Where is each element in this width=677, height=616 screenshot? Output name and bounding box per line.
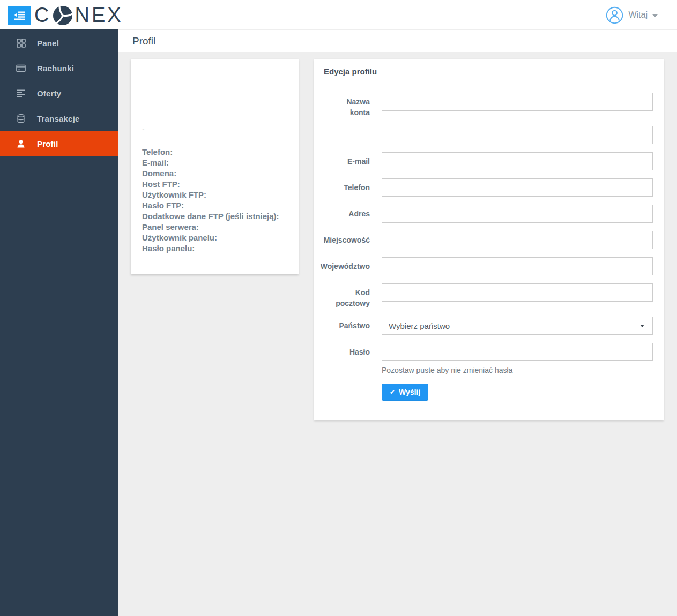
list-icon (16, 89, 26, 97)
brand-text-suffix: NEX (75, 4, 123, 27)
avatar-icon (606, 6, 623, 24)
info-label-host-ftp: Host FTP: (142, 179, 288, 190)
form-row-unlabeled (314, 126, 653, 144)
sidebar-item-label: Panel (37, 39, 59, 48)
form-row-miejscowosc: Miejscowość (314, 231, 653, 249)
profile-info-gap (142, 135, 288, 147)
profile-edit-card-header: Edycja profilu (314, 59, 664, 84)
form-row-email: E-mail (314, 152, 653, 170)
sidebar-toggle-button[interactable] (8, 6, 31, 25)
field-label: Hasło (314, 343, 370, 375)
select-caret-icon (640, 325, 644, 327)
profile-info-card-body: - Telefon: E-mail: Domena: Host FTP: Uży… (131, 84, 299, 254)
sidebar: Panel Rachunki (0, 29, 118, 616)
field-label: Państwo (314, 317, 370, 335)
sidebar-item-label: Oferty (37, 89, 61, 98)
sidebar-item-label: Profil (37, 139, 58, 148)
page-title: Profil (132, 35, 155, 47)
email-input[interactable] (382, 152, 653, 170)
field-label: Województwo (314, 257, 370, 275)
field-label: Telefon (314, 178, 370, 197)
phone-input[interactable] (382, 178, 653, 197)
sidebar-item-rachunki[interactable]: Rachunki (0, 56, 118, 81)
profile-edit-form: Nazwa konta E-mail Telefon Adres (314, 84, 664, 420)
field-label: Miejscowość (314, 231, 370, 249)
brand-logo: C NEX (34, 2, 123, 28)
password-input[interactable] (382, 343, 653, 361)
profile-info-card-header (131, 59, 299, 84)
info-label-uzytkownik-panelu: Użytkownik panelu: (142, 232, 288, 243)
info-label-dodatkowe-dane-ftp: Dodatkowe dane FTP (jeśli istnieją): (142, 211, 288, 222)
sidebar-item-label: Transakcje (37, 114, 80, 123)
form-row-panstwo: Państwo Wybierz państwo (314, 317, 653, 335)
password-help-text: Pozostaw puste aby nie zmieniać hasła (382, 365, 653, 375)
field-label: Adres (314, 205, 370, 223)
database-icon (16, 114, 26, 123)
form-actions: ✔ Wyślij (382, 384, 653, 401)
field-label (314, 126, 370, 144)
profile-info-spacer (142, 95, 288, 124)
field-label: E-mail (314, 152, 370, 170)
field-label: Kod pocztowy (314, 283, 370, 309)
form-row-wojewodztwo: Województwo (314, 257, 653, 275)
greeting-label: Witaj (628, 10, 648, 20)
form-row-kod-pocztowy: Kod pocztowy (314, 283, 653, 309)
account-name-input[interactable] (382, 93, 653, 111)
info-label-haslo-panelu: Hasło panelu: (142, 243, 288, 254)
field-label: Nazwa konta (314, 93, 370, 118)
profile-info-card: - Telefon: E-mail: Domena: Host FTP: Uży… (131, 59, 299, 274)
user-menu[interactable]: Witaj (606, 4, 658, 26)
info-label-uzytkownik-ftp: Użytkownik FTP: (142, 190, 288, 200)
page-title-bar: Profil (118, 30, 677, 52)
info-label-haslo-ftp: Hasło FTP: (142, 200, 288, 211)
top-header: C NEX Wi (0, 0, 677, 29)
sidebar-item-transakcje[interactable]: Transakcje (0, 106, 118, 131)
form-row-haslo: Hasło Pozostaw puste aby nie zmieniać ha… (314, 343, 653, 375)
edit-card-title: Edycja profilu (324, 67, 377, 76)
submit-button[interactable]: ✔ Wyślij (382, 384, 428, 401)
submit-button-label: Wyślij (399, 388, 420, 396)
country-select-value: Wybierz państwo (389, 321, 450, 330)
form-row-adres: Adres (314, 205, 653, 223)
sidebar-item-label: Rachunki (37, 64, 74, 73)
info-label-email: E-mail: (142, 157, 288, 168)
grid-icon (16, 39, 26, 48)
account-name-placeholder: - (142, 124, 288, 135)
city-input[interactable] (382, 231, 653, 249)
unlabeled-input[interactable] (382, 126, 653, 144)
sidebar-item-oferty[interactable]: Oferty (0, 81, 118, 106)
info-label-telefon: Telefon: (142, 147, 288, 157)
form-row-nazwa-konta: Nazwa konta (314, 93, 653, 118)
check-icon: ✔ (390, 388, 395, 396)
sidebar-item-profil[interactable]: Profil (0, 131, 118, 156)
postal-code-input[interactable] (382, 283, 653, 302)
address-input[interactable] (382, 205, 653, 223)
profile-edit-card: Edycja profilu Nazwa konta E-mail Telefo… (314, 59, 664, 420)
app-root: C NEX Wi (0, 0, 677, 616)
info-label-domena: Domena: (142, 168, 288, 179)
sidebar-item-panel[interactable]: Panel (0, 31, 118, 56)
province-input[interactable] (382, 257, 653, 275)
main-content: - Telefon: E-mail: Domena: Host FTP: Uży… (118, 52, 677, 616)
chevron-down-icon (652, 14, 658, 17)
form-row-telefon: Telefon (314, 178, 653, 197)
credit-card-icon (16, 64, 26, 72)
brand-o-mark-icon (52, 5, 73, 26)
user-icon (16, 140, 26, 148)
brand-text-prefix: C (34, 4, 51, 27)
country-select[interactable]: Wybierz państwo (382, 317, 653, 335)
info-label-panel-serwera: Panel serwera: (142, 222, 288, 232)
sidebar-collapse-icon (14, 11, 25, 20)
